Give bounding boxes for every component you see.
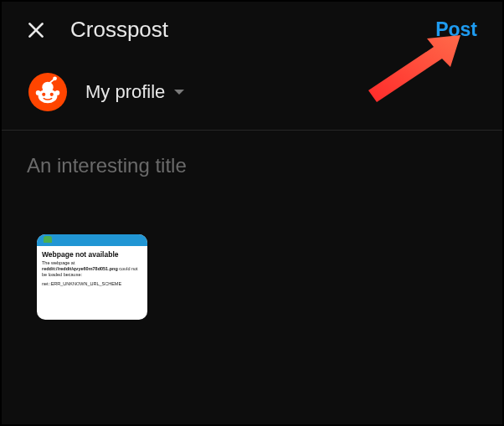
preview-content: Webpage not available The webpage at red… [37, 246, 147, 295]
destination-selector-row: My profile [2, 58, 502, 131]
header-bar: Crosspost Post [2, 2, 502, 58]
preview-thumbnail[interactable]: Webpage not available The webpage at red… [37, 234, 147, 320]
svg-point-6 [50, 93, 54, 96]
svg-point-9 [36, 90, 41, 95]
chevron-down-icon [173, 88, 185, 96]
preview-error: net::ERR_UNKNOWN_URL_SCHEME [42, 281, 142, 287]
destination-label: My profile [85, 81, 165, 103]
avatar [28, 73, 67, 111]
preview-area: Webpage not available The webpage at red… [2, 186, 502, 336]
title-input[interactable]: An interesting title [2, 131, 502, 186]
post-button[interactable]: Post [435, 18, 486, 41]
preview-body: The webpage at reddit://reddit/qvye60m78… [42, 260, 142, 278]
destination-selector[interactable]: My profile [85, 81, 185, 103]
svg-point-5 [42, 93, 45, 96]
title-placeholder: An interesting title [27, 154, 187, 177]
preview-heading: Webpage not available [42, 250, 142, 259]
svg-point-8 [53, 76, 57, 80]
svg-point-10 [55, 90, 60, 95]
page-title: Crosspost [70, 17, 412, 43]
close-icon[interactable] [25, 19, 47, 41]
preview-topbar [37, 234, 147, 246]
svg-point-4 [42, 82, 53, 93]
